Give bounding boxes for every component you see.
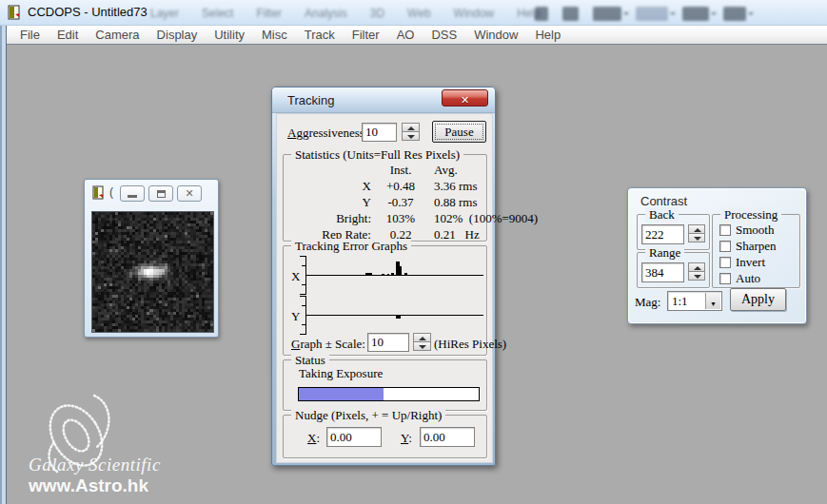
apply-button[interactable]: Apply (730, 288, 786, 311)
dropdown-button[interactable]: ▼ (705, 293, 720, 309)
stat-row-label: X (286, 179, 373, 194)
spinner-down-button[interactable] (402, 131, 420, 141)
tracking-dialog-titlebar[interactable]: Tracking ✕ (272, 87, 495, 113)
menu-display[interactable]: Display (148, 28, 207, 42)
range-input[interactable] (641, 262, 684, 282)
y-graph-label: Y (291, 309, 300, 324)
smooth-label: Smooth (736, 223, 774, 238)
nudge-y-input[interactable] (420, 427, 475, 447)
background-ghost-menu: Layer Select Filter Analysis 3D Web Wind… (150, 7, 541, 20)
ccd-image-area[interactable] (91, 211, 214, 333)
restore-button[interactable] (148, 185, 173, 202)
sharpen-option[interactable]: Sharpen (719, 239, 777, 254)
auto-option[interactable]: Auto (719, 271, 760, 286)
menu-filter[interactable]: Filter (344, 28, 388, 42)
graph-scale-units: (HiRes Pixels) (434, 337, 506, 352)
mag-label: Mag: (635, 295, 660, 310)
error-spike (399, 266, 402, 275)
tracking-dialog[interactable]: Tracking ✕ Aggressiveness: Pause Statist… (271, 87, 496, 466)
menu-window[interactable]: Window (465, 28, 526, 42)
image-window-titlebar[interactable]: ( ✕ (85, 180, 218, 208)
x-graph-label: X (291, 269, 300, 284)
ghost-toolbar-button (682, 7, 709, 21)
col-avg: Avg. (428, 163, 538, 178)
aggressiveness-stepper (402, 123, 420, 141)
invert-label: Invert (736, 255, 765, 270)
processing-legend: Processing (720, 207, 781, 223)
error-spike (382, 274, 384, 275)
error-spike (404, 273, 407, 275)
spinner-down-button[interactable] (688, 271, 705, 281)
menu-utility[interactable]: Utility (206, 28, 253, 42)
error-spike (391, 273, 394, 275)
menu-ao[interactable]: AO (388, 28, 423, 42)
spinner-down-button[interactable] (413, 341, 431, 351)
stat-inst: -0.37 (373, 195, 428, 210)
x-graph-baseline (305, 275, 483, 276)
invert-checkbox[interactable] (719, 257, 731, 268)
menu-misc[interactable]: Misc (253, 28, 296, 42)
statistics-group: Statistics (Units=Full Res Pixels) Inst.… (283, 154, 487, 242)
y-graph-axis (300, 296, 307, 336)
minimize-icon (128, 195, 137, 198)
status-text: Taking Exposure (299, 366, 383, 381)
minimize-button[interactable] (120, 185, 145, 202)
contrast-panel[interactable]: Contrast Back Range Processing Smooth Sh… (627, 187, 807, 324)
image-window[interactable]: ( ✕ (84, 179, 219, 338)
close-button[interactable]: ✕ (442, 89, 488, 107)
arrow-down-icon (694, 275, 701, 279)
menu-camera[interactable]: Camera (87, 28, 148, 42)
tracking-error-graphs-group: Tracking Error Graphs X Y (283, 245, 487, 356)
menu-track[interactable]: Track (296, 28, 344, 42)
menu-file[interactable]: File (11, 28, 49, 42)
pause-button[interactable]: Pause (432, 121, 486, 143)
ghost-toolbar-button (562, 7, 579, 21)
ghost-menu-item: Filter (256, 7, 282, 20)
x-error-graph (305, 256, 483, 295)
spinner-down-button[interactable] (688, 233, 705, 242)
stat-avg: 102% (100%=9004) (428, 211, 538, 226)
close-button[interactable]: ✕ (177, 185, 202, 202)
aggressiveness-label: Aggressiveness: (287, 126, 368, 141)
sharpen-checkbox[interactable] (719, 241, 731, 252)
tracking-dialog-title: Tracking (287, 93, 334, 107)
y-graph-baseline (305, 315, 483, 316)
statistics-legend: Statistics (Units=Full Res Pixels) (291, 147, 463, 163)
ghost-toolbar-button (593, 7, 621, 21)
menu-edit[interactable]: Edit (49, 28, 87, 42)
aggressiveness-input[interactable] (362, 123, 397, 142)
error-spike (365, 273, 372, 275)
arrow-down-icon (407, 135, 415, 139)
image-document-icon (91, 185, 107, 201)
ghost-menu-item: Layer (150, 7, 179, 20)
ccdops-app-icon (7, 5, 23, 21)
back-input[interactable] (641, 224, 684, 244)
menu-dss[interactable]: DSS (423, 28, 465, 42)
arrow-down-icon (419, 345, 426, 349)
ghost-menu-item: Window (454, 7, 495, 20)
close-icon: ✕ (178, 187, 201, 200)
arrow-up-icon (419, 337, 426, 340)
auto-checkbox[interactable] (719, 273, 731, 284)
invert-option[interactable]: Invert (719, 255, 765, 270)
exposure-progress-fill (299, 388, 384, 400)
app-titlebar: CCDOPS - Untitled73 Layer Select Filter … (0, 0, 827, 26)
smooth-checkbox[interactable] (719, 224, 731, 236)
smooth-option[interactable]: Smooth (719, 223, 774, 238)
x-graph-axis (300, 256, 307, 296)
stat-row-label: Y (286, 195, 373, 210)
statistics-table: Inst.Avg. X+0.483.36 rms Y-0.370.88 rms … (286, 163, 486, 242)
y-error-graph (305, 296, 483, 335)
menu-help[interactable]: Help (526, 28, 569, 42)
back-stepper (688, 224, 706, 242)
nudge-x-input[interactable] (326, 427, 382, 447)
graph-scale-label: Graph ± Scale: (291, 337, 365, 352)
range-stepper (688, 262, 706, 281)
window-frame-edge (0, 26, 7, 504)
graphs-legend: Tracking Error Graphs (291, 239, 411, 254)
image-window-title: ( (109, 185, 113, 199)
tracking-dialog-body: Aggressiveness: Pause Statistics (Units=… (276, 113, 493, 463)
graph-scale-input[interactable] (367, 333, 409, 352)
range-legend: Range (645, 245, 684, 261)
mag-dropdown[interactable]: 1:1 ▼ (667, 291, 722, 311)
